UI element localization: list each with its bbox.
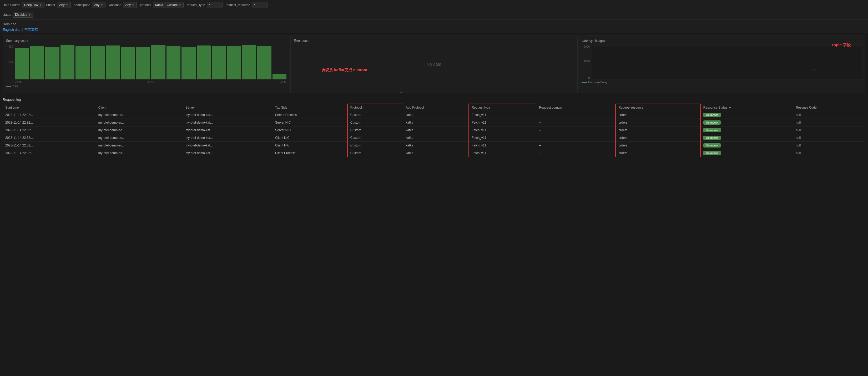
col-header-client: Client <box>96 104 183 111</box>
error-count-panel: Error count No data <box>290 35 578 93</box>
legend-line-latency <box>582 82 587 83</box>
col-header-requesttype: Request type <box>469 104 536 111</box>
cell-starttime: 2023-11-14 22:32:... <box>3 119 96 126</box>
cell-appprotocol: kafka <box>403 126 469 134</box>
chinese-doc-link[interactable]: 中文文档 <box>25 27 38 32</box>
cell-starttime: 2023-11-14 22:32:... <box>3 134 96 142</box>
y-label-2000: 2000 <box>584 45 590 48</box>
cell-tapside: Client NIC <box>273 134 347 142</box>
cell-requestresource: orders <box>616 126 700 134</box>
bar-4 <box>75 46 90 80</box>
col-header-protocol[interactable]: Protocol ↓ <box>347 104 403 111</box>
namespace-dropdown[interactable]: Any ▼ <box>92 2 106 8</box>
cell-requesttype: Fetch_v11 <box>469 111 536 119</box>
charts-wrapper: Summary count 400 200 22:35 22:40 22:45 <box>0 33 868 95</box>
cell-requesttype: Fetch_v11 <box>469 149 536 157</box>
legend-label: Total <box>12 85 18 88</box>
bar-9 <box>151 45 165 80</box>
english-doc-link[interactable]: English doc <box>3 28 20 32</box>
data-source-label: Data Source <box>3 3 20 7</box>
cell-server: my-otel-demo-kaf... <box>183 119 273 126</box>
x-label-3: 22:45 <box>280 81 286 83</box>
col-header-responsestatus[interactable]: Response Status ▼ <box>701 104 793 111</box>
sort-icon: ↓ <box>363 106 365 109</box>
latency-title: Latency histogram <box>582 39 862 42</box>
bar-7 <box>121 47 135 80</box>
bar-5 <box>91 46 105 80</box>
request-log-section: Request log Start time Client Server Tap… <box>0 95 868 159</box>
chevron-down-icon: ▼ <box>28 13 31 16</box>
error-count-title: Error count <box>294 39 574 42</box>
cell-responsestatus: Unknown <box>701 142 793 149</box>
table-row[interactable]: 2023-11-14 22:32:... my-otel-demo-ac... … <box>3 126 865 134</box>
cell-requestdomain: -- <box>536 149 616 157</box>
request-log-title: Request log <box>3 98 865 101</box>
col-header-appprotocol: App Protocol <box>403 104 469 111</box>
charts-row: Summary count 400 200 22:35 22:40 22:45 <box>0 33 868 95</box>
cell-protocol: Custom <box>347 126 403 134</box>
cell-protocol: Custom <box>347 149 403 157</box>
cell-requestresource: orders <box>616 149 700 157</box>
cell-starttime: 2023-11-14 22:32:... <box>3 126 96 134</box>
cell-tapside: Server NIC <box>273 126 347 134</box>
col-header-responsecode: Resonse Code <box>793 104 865 111</box>
bar-1 <box>30 46 44 80</box>
cell-requestresource: orders <box>616 111 700 119</box>
y-label-400: 400 <box>8 45 13 48</box>
bar-13 <box>212 46 226 80</box>
cell-client: my-otel-demo-ac... <box>96 119 183 126</box>
namespace-label: namespace <box>74 3 90 7</box>
x-label-2: 22:40 <box>147 81 154 83</box>
cell-starttime: 2023-11-14 22:32:... <box>3 142 96 149</box>
cell-protocol: Custom <box>347 119 403 126</box>
request-type-input[interactable] <box>207 2 222 8</box>
legend-label-latency: Response Delay <box>588 81 607 84</box>
workload-dropdown[interactable]: Any ▼ <box>123 2 137 8</box>
cell-requesttype: Fetch_v11 <box>469 119 536 126</box>
summary-count-panel: Summary count 400 200 22:35 22:40 22:45 <box>3 35 290 93</box>
col-header-requestdomain: Request domain <box>536 104 616 111</box>
bar-12 <box>197 45 211 80</box>
table-row[interactable]: 2023-11-14 22:32:... my-otel-demo-ac... … <box>3 134 865 142</box>
cell-server: my-otel-demo-kaf... <box>183 111 273 119</box>
cell-requesttype: Fetch_v11 <box>469 126 536 134</box>
cell-tapside: Server Process <box>273 111 347 119</box>
cluster-dropdown[interactable]: Any ▼ <box>57 2 71 8</box>
cell-requesttype: Fetch_v11 <box>469 134 536 142</box>
col-header-tapside: Tap Side <box>273 104 347 111</box>
status-label: status <box>3 13 11 17</box>
cell-responsecode: null <box>793 149 865 157</box>
cell-requestdomain: -- <box>536 134 616 142</box>
protocol-dropdown[interactable]: Kafka + Custom ▼ <box>153 2 184 8</box>
request-resource-label: request_resource <box>226 3 250 7</box>
col-header-starttime: Start time <box>3 104 96 111</box>
cell-appprotocol: kafka <box>403 134 469 142</box>
y-label-1000: 1000 <box>584 60 590 63</box>
cell-starttime: 2023-11-14 22:32:... <box>3 149 96 157</box>
status-dropdown[interactable]: Disabled ▼ <box>12 12 33 18</box>
status-badge: Unknown <box>703 143 721 148</box>
cell-responsestatus: Unknown <box>701 134 793 142</box>
table-row[interactable]: 2023-11-14 22:32:... my-otel-demo-ac... … <box>3 149 865 157</box>
y-label-0: 0 <box>588 76 590 80</box>
cell-client: my-otel-demo-ac... <box>96 111 183 119</box>
legend-line <box>6 86 11 87</box>
cell-appprotocol: kafka <box>403 111 469 119</box>
cell-client: my-otel-demo-ac... <box>96 142 183 149</box>
cell-appprotocol: kafka <box>403 149 469 157</box>
chevron-down-icon: ▼ <box>132 4 134 7</box>
table-row[interactable]: 2023-11-14 22:32:... my-otel-demo-ac... … <box>3 119 865 126</box>
cell-requestdomain: -- <box>536 119 616 126</box>
cell-responsecode: null <box>793 126 865 134</box>
request-resource-input[interactable] <box>252 2 268 8</box>
protocol-label: protocol <box>140 3 151 7</box>
cell-server: my-otel-demo-kaf... <box>183 142 273 149</box>
chevron-down-icon: ▼ <box>179 4 181 7</box>
x-labels: 22:35 22:40 22:45 <box>15 81 286 83</box>
cell-requestdomain: -- <box>536 142 616 149</box>
cluster-label: cluster <box>46 3 55 7</box>
table-row[interactable]: 2023-11-14 22:32:... my-otel-demo-ac... … <box>3 111 865 119</box>
table-row[interactable]: 2023-11-14 22:32:... my-otel-demo-ac... … <box>3 142 865 149</box>
cell-responsecode: null <box>793 119 865 126</box>
data-source-dropdown[interactable]: DeepFlow ▼ <box>22 2 44 8</box>
